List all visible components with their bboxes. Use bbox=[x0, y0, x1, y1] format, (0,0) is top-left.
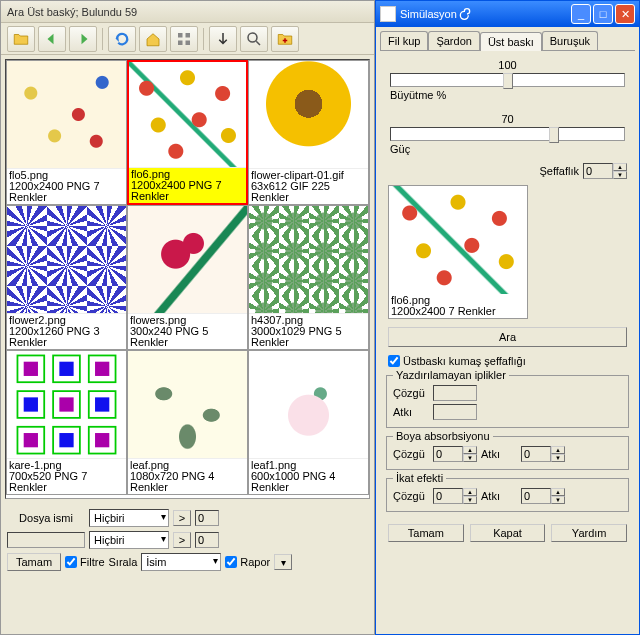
sort-label: Sırala bbox=[109, 556, 138, 568]
svg-rect-23 bbox=[59, 433, 73, 447]
sort-combo[interactable]: İsim bbox=[141, 553, 221, 571]
browser-window: Ara Üst baský; Bulundu 59 flo5.png1200x2… bbox=[0, 0, 375, 635]
tab-fil-kup[interactable]: Fil kup bbox=[380, 31, 428, 50]
maximize-button[interactable]: □ bbox=[593, 4, 613, 24]
ikat-weft-spinner[interactable]: ▲▼ bbox=[521, 488, 565, 504]
thumb-info: 300x240 PNG 5 Renkler bbox=[130, 326, 245, 348]
overprint-transparency-checkbox[interactable]: Üstbaskı kumaş şeffaflığı bbox=[388, 355, 627, 367]
tabs: Fil kupŞardonÜst baskıBuruşuk bbox=[380, 31, 635, 51]
value-input-2[interactable] bbox=[195, 532, 219, 548]
browser-title: Ara Üst baský; Bulundu 59 bbox=[7, 6, 137, 18]
preview-image bbox=[389, 186, 527, 294]
svg-point-4 bbox=[248, 33, 257, 42]
spiral-icon bbox=[459, 6, 475, 22]
thumbnail-cell[interactable]: flower2.png1200x1260 PNG 3 Renkler bbox=[6, 205, 127, 350]
file-name-label: Dosya ismi bbox=[7, 512, 85, 524]
thumbnail-image bbox=[249, 206, 368, 313]
thumbnail-image bbox=[249, 351, 368, 458]
filter-combo-2[interactable]: Hiçbiri bbox=[89, 531, 169, 549]
close-button[interactable]: ✕ bbox=[615, 4, 635, 24]
zoom-button[interactable] bbox=[240, 26, 268, 52]
thumbnail-cell[interactable]: flower-clipart-01.gif63x612 GIF 225 Renk… bbox=[248, 60, 369, 205]
svg-rect-2 bbox=[178, 40, 183, 45]
weft-unprintable-input[interactable] bbox=[433, 404, 477, 420]
thumbnail-cell[interactable]: flo6.png1200x2400 PNG 7 Renkler bbox=[127, 60, 248, 205]
svg-rect-17 bbox=[59, 397, 73, 411]
ok-button[interactable]: Tamam bbox=[7, 553, 61, 571]
refresh-button[interactable] bbox=[108, 26, 136, 52]
folder-plus-button[interactable] bbox=[271, 26, 299, 52]
report-dropdown[interactable]: ▾ bbox=[274, 554, 292, 570]
thumb-info: 1200x2400 PNG 7 Renkler bbox=[131, 180, 244, 202]
transparency-spinner[interactable]: ▲▼ bbox=[583, 163, 627, 179]
thumb-info: 700x520 PNG 7 Renkler bbox=[9, 471, 124, 493]
open-folder-button[interactable] bbox=[7, 26, 35, 52]
dye-absorption-group: Boya absorbsiyonu Çözgü ▲▼ Atkı ▲▼ bbox=[386, 436, 629, 470]
zoom-slider[interactable] bbox=[390, 73, 625, 87]
thumbnail-image bbox=[249, 61, 368, 168]
home-button[interactable] bbox=[139, 26, 167, 52]
toolbar bbox=[1, 23, 374, 55]
thumb-info: 1200x2400 PNG 7 Renkler bbox=[9, 181, 124, 203]
gt-button-2[interactable]: > bbox=[173, 532, 191, 548]
transparency-label: Şeffaflık bbox=[539, 165, 579, 177]
ikat-effect-group: İkat efekti Çözgü ▲▼ Atkı ▲▼ bbox=[386, 478, 629, 512]
minimize-button[interactable]: _ bbox=[571, 4, 591, 24]
simulation-window: Simülasyon _ □ ✕ Fil kupŞardonÜst baskıB… bbox=[375, 0, 640, 635]
warp-unprintable-input[interactable] bbox=[433, 385, 477, 401]
preview-info: 1200x2400 7 Renkler bbox=[391, 306, 525, 317]
sim-ok-button[interactable]: Tamam bbox=[388, 524, 464, 542]
preview-box: flo6.png 1200x2400 7 Renkler bbox=[388, 185, 528, 319]
sort-down-button[interactable] bbox=[209, 26, 237, 52]
dye-weft-spinner[interactable]: ▲▼ bbox=[521, 446, 565, 462]
simulation-title: Simülasyon bbox=[400, 8, 457, 20]
thumbnail-cell[interactable]: flo5.png1200x2400 PNG 7 Renkler bbox=[6, 60, 127, 205]
thumbnail-cell[interactable]: leaf.png1080x720 PNG 4 Renkler bbox=[127, 350, 248, 495]
svg-rect-1 bbox=[186, 33, 191, 38]
app-icon bbox=[380, 6, 396, 22]
sim-help-button[interactable]: Yardım bbox=[551, 524, 627, 542]
filter-checkbox[interactable]: Filtre bbox=[65, 556, 104, 568]
svg-rect-16 bbox=[95, 362, 109, 376]
dye-warp-spinner[interactable]: ▲▼ bbox=[433, 446, 477, 462]
browser-titlebar: Ara Üst baský; Bulundu 59 bbox=[1, 1, 374, 23]
thumbnail-cell[interactable]: kare-1.png700x520 PNG 7 Renkler bbox=[6, 350, 127, 495]
thumb-info: 63x612 GIF 225 Renkler bbox=[251, 181, 366, 203]
thumb-info: 1080x720 PNG 4 Renkler bbox=[130, 471, 245, 493]
back-button[interactable] bbox=[38, 26, 66, 52]
svg-rect-15 bbox=[24, 362, 38, 376]
power-label: Güç bbox=[390, 143, 410, 155]
spin-up[interactable]: ▲ bbox=[613, 163, 627, 171]
svg-rect-22 bbox=[95, 397, 109, 411]
spin-down[interactable]: ▼ bbox=[613, 171, 627, 179]
tab-üst-baskı[interactable]: Üst baskı bbox=[480, 32, 542, 51]
thumbnail-grid: flo5.png1200x2400 PNG 7 Renklerflo6.png1… bbox=[5, 59, 370, 499]
search-button[interactable]: Ara bbox=[388, 327, 627, 347]
tab-şardon[interactable]: Şardon bbox=[428, 31, 479, 50]
simulation-titlebar: Simülasyon _ □ ✕ bbox=[376, 1, 639, 27]
svg-rect-21 bbox=[24, 397, 38, 411]
svg-rect-3 bbox=[186, 40, 191, 45]
gt-button-1[interactable]: > bbox=[173, 510, 191, 526]
thumbnail-cell[interactable]: h4307.png3000x1029 PNG 5 Renkler bbox=[248, 205, 369, 350]
bottom-panel: Dosya ismi Hiçbiri > Hiçbiri > Tamam Fil… bbox=[1, 503, 374, 577]
thumb-info: 600x1000 PNG 4 Renkler bbox=[251, 471, 366, 493]
sim-close-button[interactable]: Kapat bbox=[470, 524, 546, 542]
value-input-1[interactable] bbox=[195, 510, 219, 526]
file-name-input[interactable] bbox=[7, 532, 85, 548]
grid-view-button[interactable] bbox=[170, 26, 198, 52]
thumbnail-image bbox=[7, 61, 126, 168]
ikat-warp-spinner[interactable]: ▲▼ bbox=[433, 488, 477, 504]
tab-buruşuk[interactable]: Buruşuk bbox=[542, 31, 598, 50]
thumbnail-cell[interactable]: leaf1.png600x1000 PNG 4 Renkler bbox=[248, 350, 369, 495]
svg-rect-18 bbox=[24, 433, 38, 447]
transparency-input[interactable] bbox=[583, 163, 613, 179]
filter-combo-1[interactable]: Hiçbiri bbox=[89, 509, 169, 527]
thumbnail-cell[interactable]: flowers.png300x240 PNG 5 Renkler bbox=[127, 205, 248, 350]
forward-button[interactable] bbox=[69, 26, 97, 52]
zoom-value: 100 bbox=[498, 59, 516, 71]
power-value: 70 bbox=[501, 113, 513, 125]
unprintable-yarns-group: Yazdırılamayan iplikler Çözgü Atkı bbox=[386, 375, 629, 428]
power-slider[interactable] bbox=[390, 127, 625, 141]
report-checkbox[interactable]: Rapor bbox=[225, 556, 270, 568]
